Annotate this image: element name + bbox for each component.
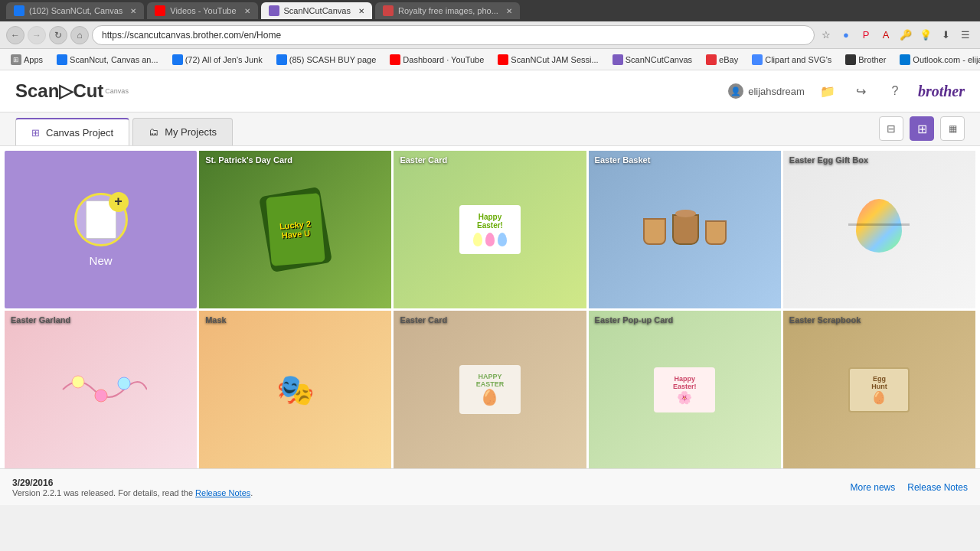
browser-titlebar: (102) ScanNCut, Canvas ✕ Videos - YouTub…: [0, 0, 980, 21]
tab-close-scancutcanvas[interactable]: ✕: [358, 7, 364, 15]
bookmark-jam-label: ScanNCut JAM Sessi...: [511, 55, 598, 64]
project-card-stpatrick[interactable]: St. Patrick's Day Card Lucky 2Have U: [199, 151, 391, 308]
forward-button[interactable]: →: [28, 26, 46, 44]
bookmark-scancutcanvas[interactable]: ScanNCutCanvas: [606, 51, 698, 68]
tab-close-royalty[interactable]: ✕: [506, 7, 512, 15]
bookmark-scash[interactable]: (85) SCASH BUY page: [270, 51, 383, 68]
project-card-stpatrick-label: St. Patrick's Day Card: [205, 155, 292, 165]
project-card-easterbasket-label: Easter Basket: [595, 155, 651, 165]
project-card-eastergarland[interactable]: Easter Garland: [5, 311, 197, 468]
tab-favicon-youtube: [155, 5, 165, 16]
footer-period: .: [250, 488, 253, 497]
new-project-icon: +: [74, 193, 128, 246]
bookmark-scanncut-icon: [57, 54, 67, 65]
tab-facebook[interactable]: (102) ScanNCut, Canvas ✕: [6, 2, 144, 19]
release-notes-footer-link[interactable]: Release Notes: [907, 482, 968, 493]
project-card-eastercard1-inner: Happy Easter!: [394, 151, 586, 308]
bookmark-scanncut[interactable]: ScanNcut, Canvas an...: [51, 51, 165, 68]
reload-button[interactable]: ↻: [49, 26, 67, 44]
bookmark-ebay-icon: [706, 54, 717, 65]
acrobat-icon[interactable]: A: [877, 27, 894, 44]
canvas-project-icon: ⊞: [31, 127, 40, 139]
logo-arrow-icon: ▷: [59, 80, 73, 102]
project-card-eastergarland-label: Easter Garland: [11, 315, 70, 324]
pinterest-icon[interactable]: P: [858, 27, 874, 44]
user-avatar: 👤: [728, 83, 743, 99]
project-card-easterpopup-label: Easter Pop-up Card: [595, 315, 674, 324]
bookmark-jens-junk[interactable]: (72) All of Jen's Junk: [166, 51, 269, 68]
project-card-easteregg-label: Easter Egg Gift Box: [789, 155, 868, 165]
release-notes-link[interactable]: Release Notes: [195, 488, 250, 497]
bookmark-scash-icon: [276, 54, 287, 65]
ext1-icon[interactable]: 🔑: [897, 27, 914, 44]
footer-date: 3/29/2016: [12, 478, 253, 488]
project-card-eastercard1[interactable]: Easter Card Happy Easter!: [394, 151, 586, 308]
bookmark-ebay[interactable]: eBay: [700, 51, 744, 68]
footer: 3/29/2016 Version 2.2.1 was released. Fo…: [0, 468, 980, 505]
tab-close-youtube[interactable]: ✕: [244, 7, 250, 15]
project-card-easterpopup[interactable]: Easter Pop-up Card HappyEaster! 🌸: [589, 311, 781, 468]
toolbar-icons: ☆ ● P A 🔑 💡 ⬇ ☰: [818, 27, 974, 44]
back-button[interactable]: ←: [6, 26, 24, 44]
download-icon[interactable]: ⬇: [937, 27, 954, 44]
tab-scancutcanvas[interactable]: ScanNCutCanvas ✕: [261, 2, 372, 19]
project-card-easterpopup-inner: HappyEaster! 🌸: [589, 311, 781, 468]
help-button[interactable]: ?: [884, 80, 906, 102]
project-card-easterscrap-inner: EggHunt 🥚: [783, 311, 975, 468]
gdrive-icon[interactable]: ●: [838, 27, 854, 44]
bookmark-outlook[interactable]: Outlook.com - elijah...: [893, 51, 980, 68]
app-header: Scan ▷ Cut Canvas 👤 elijahsdream 📁 ↪ ? b…: [0, 70, 980, 112]
bookmark-brother[interactable]: Brother: [839, 51, 892, 68]
bookmark-jens-junk-icon: [172, 54, 183, 65]
more-news-link[interactable]: More news: [851, 482, 896, 493]
view-list-button[interactable]: ▦: [940, 116, 965, 141]
url-bar[interactable]: [92, 25, 815, 45]
username-label: elijahsdream: [748, 86, 805, 97]
new-project-card[interactable]: + New: [5, 151, 197, 308]
project-card-stpatrick-img: St. Patrick's Day Card Lucky 2Have U: [199, 151, 391, 308]
project-card-eastercard2-inner: HAPPYEASTER 🥚: [394, 311, 586, 468]
bookmark-outlook-icon: [900, 54, 910, 65]
footer-left: 3/29/2016 Version 2.2.1 was released. Fo…: [12, 478, 253, 497]
tab-label-scancutcanvas: ScanNCutCanvas: [284, 6, 351, 15]
tab-my-projects[interactable]: 🗂 My Projects: [132, 118, 233, 145]
bookmark-scancutcanvas-icon: [612, 54, 623, 65]
view-filter-button[interactable]: ⊟: [879, 116, 903, 141]
bookmark-scash-label: (85) SCASH BUY page: [289, 55, 377, 64]
footer-news: Version 2.2.1 was released. For details,…: [12, 488, 253, 497]
tab-nav: ⊞ Canvas Project 🗂 My Projects ⊟ ⊞ ▦: [0, 112, 980, 146]
bookmark-dashboard-youtube[interactable]: Dashboard · YouTube: [384, 51, 490, 68]
project-card-eastercard1-img: Easter Card Happy Easter!: [394, 151, 586, 308]
tab-canvas-project[interactable]: ⊞ Canvas Project: [15, 118, 129, 145]
logout-button[interactable]: ↪: [851, 80, 872, 102]
project-card-easterscrap[interactable]: Easter Scrapbook EggHunt 🥚: [783, 311, 975, 468]
project-card-eastercard1-label: Easter Card: [400, 155, 447, 165]
project-card-eastercard2-img: Easter Card HAPPYEASTER 🥚: [394, 311, 586, 468]
folder-button[interactable]: 📁: [817, 80, 838, 102]
project-card-easterscrap-img: Easter Scrapbook EggHunt 🥚: [783, 311, 975, 468]
tab-close-facebook[interactable]: ✕: [130, 7, 136, 15]
tab-youtube[interactable]: Videos - YouTube ✕: [147, 2, 257, 19]
bookmark-jam[interactable]: ScanNCut JAM Sessi...: [492, 51, 604, 68]
project-card-easteregg[interactable]: Easter Egg Gift Box: [783, 151, 975, 308]
view-grid-button[interactable]: ⊞: [910, 116, 934, 141]
project-card-mask[interactable]: Mask 🎭: [199, 311, 391, 468]
star-icon[interactable]: ☆: [818, 27, 835, 44]
project-card-easterbasket-img: Easter Basket: [589, 151, 781, 308]
tab-royalty[interactable]: Royalty free images, pho... ✕: [375, 2, 520, 19]
tab-label-royalty: Royalty free images, pho...: [398, 6, 498, 15]
project-card-eastercard2[interactable]: Easter Card HAPPYEASTER 🥚: [394, 311, 586, 468]
header-right: 👤 elijahsdream 📁 ↪ ? brother: [728, 80, 965, 102]
tab-label-facebook: (102) ScanNCut, Canvas: [29, 6, 122, 15]
project-card-easterpopup-img: Easter Pop-up Card HappyEaster! 🌸: [589, 311, 781, 468]
project-card-easterbasket[interactable]: Easter Basket: [589, 151, 781, 308]
ext2-icon[interactable]: 💡: [917, 27, 934, 44]
bookmark-clipart[interactable]: Clipart and SVG's: [746, 51, 838, 68]
my-projects-label: My Projects: [165, 126, 217, 138]
bookmark-apps[interactable]: ⊞ Apps: [5, 51, 49, 68]
project-card-eastergarland-img: Easter Garland: [5, 311, 197, 468]
menu-icon[interactable]: ☰: [957, 27, 974, 44]
project-card-eastergarland-inner: [5, 311, 197, 468]
home-button[interactable]: ⌂: [70, 26, 89, 44]
bookmark-clipart-label: Clipart and SVG's: [765, 55, 831, 64]
